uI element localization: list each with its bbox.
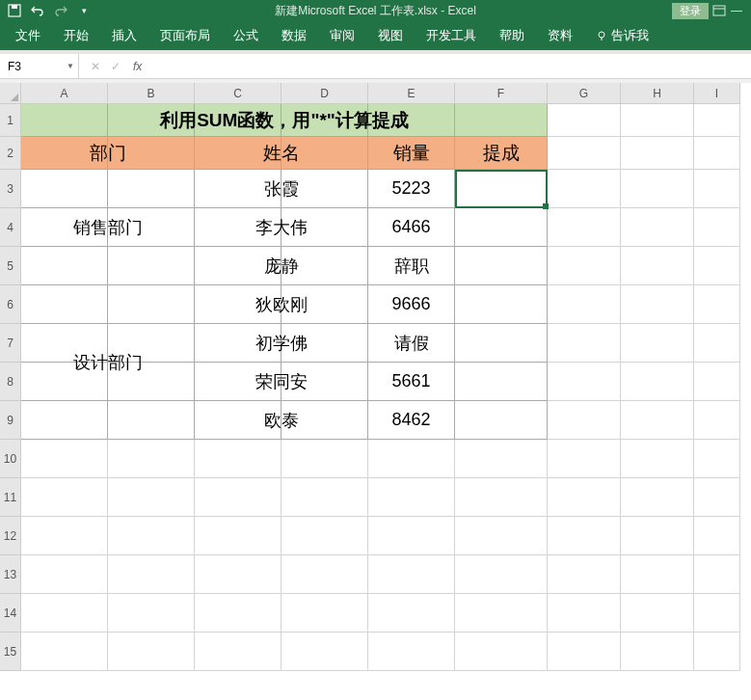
cell[interactable] [694, 285, 740, 324]
row-header[interactable]: 4 [0, 208, 21, 247]
cell[interactable] [368, 478, 455, 517]
cell[interactable] [195, 401, 282, 440]
cell[interactable] [621, 324, 694, 363]
cell[interactable] [548, 440, 621, 478]
cell[interactable] [694, 363, 740, 401]
row-header[interactable]: 14 [0, 594, 21, 633]
cell[interactable] [195, 247, 282, 285]
cell-commission[interactable] [455, 208, 548, 247]
row-header[interactable]: 12 [0, 517, 21, 555]
cell[interactable] [455, 104, 548, 137]
cell[interactable] [694, 517, 740, 555]
name-box[interactable]: F3 ▼ [0, 54, 79, 78]
cell[interactable] [21, 594, 108, 633]
cell[interactable] [694, 324, 740, 363]
cell[interactable] [621, 285, 694, 324]
name-box-dropdown-icon[interactable]: ▼ [67, 62, 74, 70]
cell[interactable] [282, 170, 368, 208]
cell[interactable] [195, 363, 282, 401]
cell[interactable] [108, 363, 195, 401]
cell[interactable] [108, 633, 195, 671]
cell[interactable] [694, 401, 740, 440]
cell[interactable] [21, 247, 108, 285]
cell[interactable] [282, 594, 368, 633]
cell[interactable] [21, 363, 108, 401]
col-header[interactable]: H [621, 83, 694, 104]
cell[interactable] [108, 324, 195, 363]
cell[interactable] [108, 478, 195, 517]
cell[interactable] [108, 208, 195, 247]
row-header[interactable]: 11 [0, 478, 21, 517]
cell[interactable] [548, 285, 621, 324]
cell[interactable] [694, 478, 740, 517]
cell-sales[interactable]: 6466 [368, 208, 455, 247]
tell-me-search[interactable]: 告诉我 [594, 23, 651, 48]
row-header[interactable]: 1 [0, 104, 21, 137]
cell-commission[interactable] [455, 363, 548, 401]
cell-header-sales[interactable]: 销量 [368, 137, 455, 170]
cell[interactable] [621, 170, 694, 208]
col-header[interactable]: A [21, 83, 108, 104]
cell[interactable] [621, 363, 694, 401]
cell[interactable] [21, 440, 108, 478]
cell-sales[interactable]: 9666 [368, 285, 455, 324]
cell-header-commission[interactable]: 提成 [455, 137, 548, 170]
cell[interactable] [548, 401, 621, 440]
cell[interactable] [368, 555, 455, 594]
cell[interactable] [108, 285, 195, 324]
cell[interactable] [21, 555, 108, 594]
cell[interactable] [694, 208, 740, 247]
cell[interactable] [455, 555, 548, 594]
cell[interactable] [621, 440, 694, 478]
cell[interactable] [195, 104, 282, 137]
cell[interactable] [195, 478, 282, 517]
confirm-icon[interactable]: ✓ [107, 60, 124, 73]
cell[interactable] [108, 247, 195, 285]
cell[interactable] [694, 137, 740, 170]
cell[interactable] [21, 170, 108, 208]
cell-commission[interactable] [455, 247, 548, 285]
tab-data[interactable]: 数据 [280, 23, 308, 48]
cell[interactable] [548, 104, 621, 137]
cell[interactable] [621, 517, 694, 555]
row-header[interactable]: 13 [0, 555, 21, 594]
cell[interactable] [548, 324, 621, 363]
cell[interactable] [694, 104, 740, 137]
cell-sales[interactable]: 5661 [368, 363, 455, 401]
cell[interactable] [195, 594, 282, 633]
save-icon[interactable] [8, 4, 21, 17]
cell[interactable] [195, 208, 282, 247]
cell[interactable] [21, 324, 108, 363]
cell[interactable] [282, 401, 368, 440]
cell[interactable] [548, 478, 621, 517]
cell[interactable] [21, 285, 108, 324]
cell-commission[interactable] [455, 170, 548, 208]
cell[interactable] [21, 633, 108, 671]
cell[interactable] [694, 170, 740, 208]
cell[interactable] [621, 478, 694, 517]
cell-sales[interactable]: 8462 [368, 401, 455, 440]
col-header[interactable]: C [195, 83, 282, 104]
cell[interactable] [621, 401, 694, 440]
tab-resources[interactable]: 资料 [546, 23, 575, 48]
cell[interactable] [21, 517, 108, 555]
undo-icon[interactable] [31, 4, 44, 17]
qat-dropdown-icon[interactable]: ▾ [77, 4, 91, 17]
cells-area[interactable]: A B C D E F G H I 利用SUM函数，用"*"计算提成 [21, 83, 740, 671]
cell[interactable] [548, 517, 621, 555]
fx-icon[interactable]: fx [127, 60, 142, 73]
tab-help[interactable]: 帮助 [497, 23, 526, 48]
cell[interactable] [21, 208, 108, 247]
cell[interactable] [694, 594, 740, 633]
tab-formulas[interactable]: 公式 [231, 23, 260, 48]
cell[interactable] [282, 324, 368, 363]
cell[interactable] [368, 594, 455, 633]
cell[interactable] [282, 440, 368, 478]
row-header[interactable]: 8 [0, 363, 21, 401]
cell[interactable] [548, 208, 621, 247]
cell[interactable] [282, 555, 368, 594]
cell[interactable] [195, 137, 282, 170]
cell[interactable] [108, 104, 195, 137]
cell[interactable] [368, 517, 455, 555]
cell[interactable] [621, 208, 694, 247]
